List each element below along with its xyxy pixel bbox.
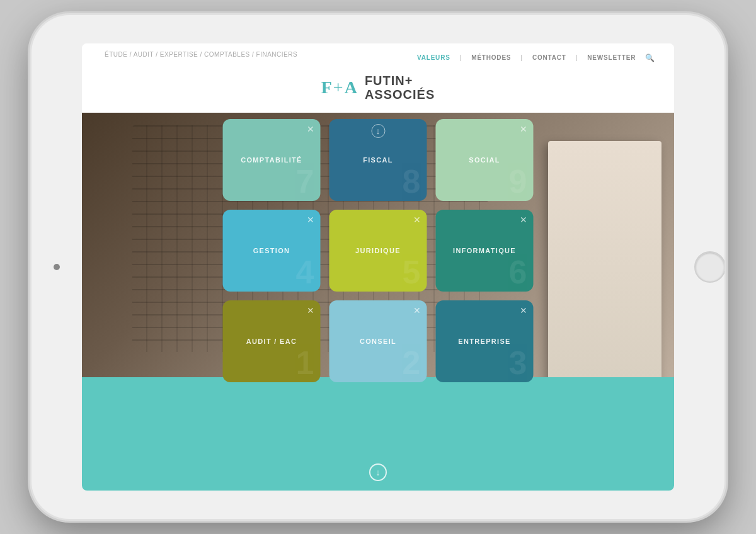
tile-juridique[interactable]: ✕ JURIDIQUE 5 — [329, 210, 427, 292]
camera — [54, 264, 60, 270]
breadcrumb-text: ÉTUDE / AUDIT / EXPERTISE / COMPTABLES /… — [101, 51, 301, 58]
tile-audit[interactable]: ✕ AUDIT / EAC 1 — [223, 300, 321, 382]
nav-methodes[interactable]: MÉTHODES — [471, 54, 511, 61]
tile-close-audit[interactable]: ✕ — [307, 305, 314, 315]
tile-close-juridique[interactable]: ✕ — [413, 215, 421, 225]
scroll-indicator[interactable]: ↓ — [369, 463, 387, 481]
tile-label-comptabilite: COMPTABILITÉ — [241, 156, 302, 164]
tile-conseil[interactable]: ✕ CONSEIL 2 — [329, 300, 427, 382]
tile-close-comptabilite[interactable]: ✕ — [307, 124, 314, 134]
company-sub: ASSOCIÉS — [365, 88, 435, 101]
tile-label-fiscal: FISCAL — [363, 156, 393, 164]
tile-gestion[interactable]: ✕ GESTION 4 — [223, 210, 321, 292]
tile-close-conseil[interactable]: ✕ — [413, 305, 421, 315]
logo-text: FUTIN+ ASSOCIÉS — [365, 74, 435, 101]
tile-download-fiscal[interactable]: ↓ — [371, 124, 385, 138]
tile-close-social[interactable]: ✕ — [520, 124, 527, 134]
tile-label-gestion: GESTION — [253, 247, 290, 254]
scroll-arrow: ↓ — [376, 467, 381, 477]
tile-close-gestion[interactable]: ✕ — [307, 215, 314, 225]
tile-label-juridique: JURIDIQUE — [355, 247, 401, 254]
tile-label-informatique: INFORMATIQUE — [453, 247, 516, 254]
breadcrumb-nav: ÉTUDE / AUDIT / EXPERTISE / COMPTABLES /… — [101, 51, 301, 58]
tile-number-comptabilite: 7 — [296, 165, 314, 198]
logo-area: F + A FUTIN+ ASSOCIÉS — [321, 64, 435, 108]
tile-informatique[interactable]: ✕ INFORMATIQUE 6 — [436, 210, 534, 292]
device-frame: ÉTUDE / AUDIT / EXPERTISE / COMPTABLES /… — [32, 15, 724, 519]
nav-newsletter[interactable]: NEWSLETTER — [587, 54, 636, 61]
tile-close-entreprise[interactable]: ✕ — [520, 305, 527, 315]
tile-social[interactable]: ✕ SOCiAl 9 — [436, 119, 534, 201]
nav-contact[interactable]: CONTACT — [532, 54, 566, 61]
tile-number-informatique: 6 — [509, 256, 527, 288]
tile-entreprise[interactable]: ✕ ENTREPRISE 3 — [436, 300, 534, 382]
tile-fiscal[interactable]: ↓ FISCAL 8 — [329, 119, 427, 201]
tile-number-juridique: 5 — [403, 256, 421, 288]
tile-label-social: SOCiAl — [469, 156, 500, 164]
company-name: FUTIN+ — [365, 74, 435, 88]
tile-number-conseil: 2 — [403, 346, 421, 379]
screen: ÉTUDE / AUDIT / EXPERTISE / COMPTABLES /… — [82, 43, 674, 491]
logo-f-letter: F — [321, 77, 332, 98]
logo-icon: F + A — [321, 77, 357, 98]
tile-number-social: 9 — [509, 165, 527, 198]
tile-close-informatique[interactable]: ✕ — [520, 215, 527, 225]
tile-number-entreprise: 3 — [509, 346, 527, 379]
main-content: ✕ COMPTABILITÉ 7 ↓ FISCAL 8 ✕ SOCiAl 9 — [82, 113, 674, 491]
tile-label-entreprise: ENTREPRISE — [458, 338, 511, 345]
tile-label-audit: AUDIT / EAC — [246, 338, 297, 345]
tile-number-fiscal: 8 — [403, 165, 421, 198]
tile-number-gestion: 4 — [296, 256, 314, 288]
tiles-grid: ✕ COMPTABILITÉ 7 ↓ FISCAL 8 ✕ SOCiAl 9 — [223, 119, 534, 382]
tile-number-audit: 1 — [296, 346, 314, 379]
logo-slash: + — [333, 77, 343, 98]
tile-label-conseil: CONSEIL — [360, 338, 396, 345]
main-nav: VALEURS | MÉTHODES | CONTACT | NEWSLETTE… — [417, 54, 655, 62]
top-navigation: ÉTUDE / AUDIT / EXPERTISE / COMPTABLES /… — [82, 43, 674, 113]
tile-comptabilite[interactable]: ✕ COMPTABILITÉ 7 — [223, 119, 321, 201]
home-button[interactable] — [694, 251, 724, 283]
search-icon[interactable]: 🔍 — [645, 54, 655, 62]
logo-a-letter: A — [345, 77, 357, 98]
nav-valeurs[interactable]: VALEURS — [417, 54, 450, 61]
